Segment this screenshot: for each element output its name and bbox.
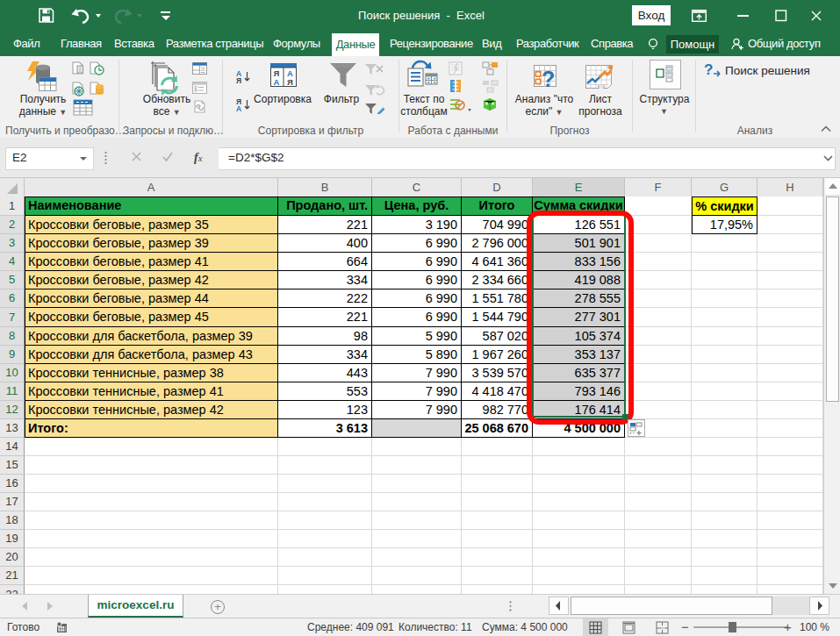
svg-text:Я: Я xyxy=(236,76,241,83)
svg-text:Я: Я xyxy=(287,77,293,87)
svg-text:А: А xyxy=(236,104,241,111)
svg-text:А: А xyxy=(274,77,280,87)
svg-text:?: ? xyxy=(704,62,713,78)
svg-text:Я: Я xyxy=(274,68,280,78)
svg-text:А: А xyxy=(287,68,293,78)
svg-text:?: ? xyxy=(542,67,555,91)
